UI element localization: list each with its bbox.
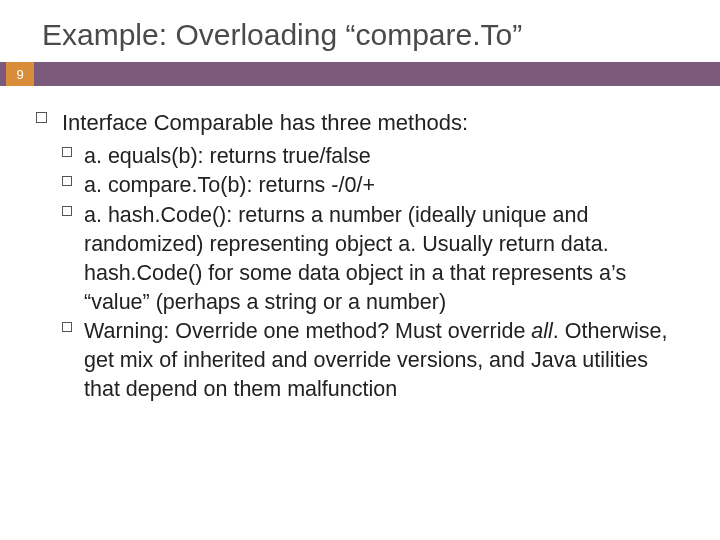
level1-text: Interface Comparable has three methods: xyxy=(62,110,468,135)
level2-rest: returns true/false xyxy=(204,144,371,168)
square-bullet-icon xyxy=(62,176,72,186)
level1-item: Interface Comparable has three methods: … xyxy=(62,108,674,404)
level2-lead: a. hash.Code(): xyxy=(84,203,232,227)
level2-item: Warning: Override one method? Must overr… xyxy=(84,317,674,403)
level2-item: a. equals(b): returns true/false xyxy=(84,142,674,171)
level2-list: a. equals(b): returns true/false a. comp… xyxy=(62,138,674,404)
level2-lead: Warning: xyxy=(84,319,169,343)
level2-rest-pre: Override one method? Must override xyxy=(169,319,531,343)
level2-item: a. compare.To(b): returns -/0/+ xyxy=(84,171,674,200)
level2-lead: a. compare.To(b): xyxy=(84,173,252,197)
square-bullet-icon xyxy=(36,112,47,123)
square-bullet-icon xyxy=(62,206,72,216)
page-number-badge: 9 xyxy=(6,62,34,86)
accent-bar: 9 xyxy=(0,62,720,86)
slide-content: Interface Comparable has three methods: … xyxy=(0,86,720,404)
level2-lead: a. equals(b): xyxy=(84,144,204,168)
level2-rest-italic: all xyxy=(531,319,553,343)
level2-item: a. hash.Code(): returns a number (ideall… xyxy=(84,201,674,316)
square-bullet-icon xyxy=(62,147,72,157)
slide: Example: Overloading “compare.To” 9 Inte… xyxy=(0,0,720,540)
square-bullet-icon xyxy=(62,322,72,332)
level2-rest: returns -/0/+ xyxy=(252,173,374,197)
slide-title: Example: Overloading “compare.To” xyxy=(0,18,720,62)
